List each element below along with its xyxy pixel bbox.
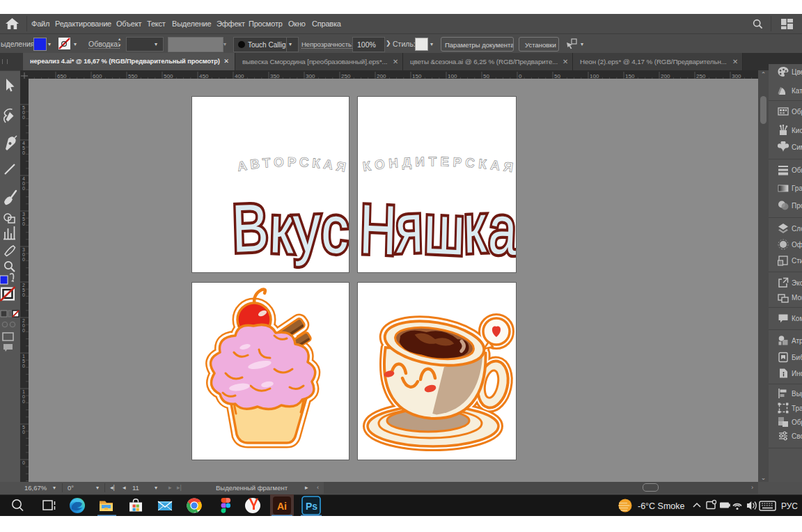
svg-text:4: 4 [22,141,25,146]
svg-text:0: 0 [22,252,25,257]
svg-text:0: 0 [22,399,25,404]
svg-text:2: 2 [22,283,25,288]
svg-text:Няшка: Няшка [359,189,516,269]
svg-text:5: 5 [22,105,25,110]
svg-text:0: 0 [22,328,25,333]
svg-text:5: 5 [22,288,25,292]
svg-text:Ai: Ai [277,501,287,512]
svg-text:0: 0 [22,292,25,297]
svg-text:-6°C Smoke: -6°C Smoke [638,501,685,511]
svg-text:0: 0 [22,460,25,465]
svg-text:1: 1 [22,354,25,359]
svg-text:0: 0 [22,181,25,186]
svg-text:0: 0 [22,394,25,399]
svg-text:4: 4 [22,176,25,181]
svg-text:0: 0 [22,323,25,328]
svg-text:3: 3 [22,212,25,217]
svg-text:0: 0 [22,430,25,435]
svg-text:1: 1 [22,389,25,394]
svg-text:5: 5 [22,217,25,221]
svg-text:0: 0 [22,221,25,226]
svg-text:0: 0 [22,115,25,120]
svg-text:2: 2 [22,318,25,323]
svg-text:5: 5 [22,425,25,430]
svg-text:Ps: Ps [306,501,317,512]
svg-text:0: 0 [22,257,25,262]
svg-text:КОНДИТЕРСКАЯ: КОНДИТЕРСКАЯ [362,154,516,175]
svg-text:5: 5 [22,359,25,363]
svg-text:АВТОРСКАЯ: АВТОРСКАЯ [236,155,349,175]
svg-text:0: 0 [22,110,25,115]
svg-text:РУС: РУС [781,501,798,511]
svg-text:3: 3 [22,247,25,252]
svg-text:0: 0 [22,363,25,368]
svg-text:0: 0 [22,186,25,191]
svg-text:0: 0 [22,150,25,155]
svg-text:Вкус: Вкус [230,189,349,267]
svg-text:5: 5 [22,146,25,150]
